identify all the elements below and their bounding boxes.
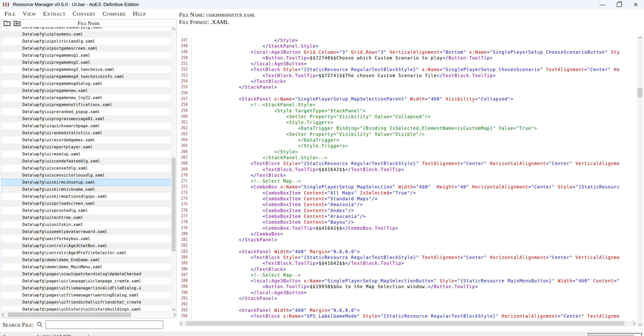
file-list-horizontal-scrollbar[interactable] — [1, 311, 176, 318]
search-input[interactable] — [46, 320, 163, 329]
code-line: 293 <StackPanel Width="460" Margin="0,0,… — [179, 308, 636, 314]
menu-view[interactable]: View — [19, 10, 39, 17]
key-folder-button[interactable] — [13, 20, 21, 26]
file-row[interactable]: Data\wpfg\pages\uiautopatcherdialog\Upda… — [1, 271, 171, 278]
file-row[interactable]: Data\wpfg\uirmsetup.xaml — [1, 151, 171, 158]
file-row[interactable]: Data\wpfg\demo\demo_MainMenu.xaml — [1, 263, 171, 271]
minimize-button[interactable]: — — [594, 0, 611, 9]
file-row[interactable]: Data\wpfg\uispcnotedlg.xaml — [1, 207, 171, 214]
scroll-up-icon[interactable] — [637, 36, 643, 40]
file-row[interactable]: Data\wpfg\uiplayersummarydlg.xaml — [1, 27, 171, 31]
menu-extract[interactable]: Extract — [39, 10, 69, 17]
code-line: 280 </ComboBox> — [179, 231, 636, 237]
close-button[interactable]: × — [627, 0, 644, 9]
menu-compare[interactable]: Compare — [99, 10, 129, 17]
file-row[interactable]: Data\wpfg\uipreranked_popup.xaml — [1, 108, 171, 115]
file-row[interactable]: Data\wpfg\uiscensetdlg.xaml — [1, 165, 171, 172]
file-list-panel: File Name Data\wpfg\uiplayersummarydlg.x… — [1, 19, 177, 318]
file-row[interactable]: Data\wpfg\uiweeklyavatarreward.xaml — [1, 228, 171, 235]
code-line: 294 <TextBlock x:Name="SPS_LabelGameMode… — [179, 314, 636, 319]
code-line: 261 <Style.Triggers> — [179, 120, 636, 126]
file-name-column-header[interactable]: File Name — [1, 19, 176, 27]
file-row[interactable]: Data\wpfg\uiscenvictoriousdlg.xaml — [1, 172, 171, 179]
file-row[interactable]: Data\wpfg\waitforkeybox.xaml — [1, 235, 171, 242]
file-row[interactable]: Data\wpfg\uipregamenotifications.xaml — [1, 101, 171, 108]
code-line: 269 <TextBlock.ToolTip>$$41642$$</TextBl… — [179, 167, 636, 173]
file-row-selected[interactable]: Data\wpfg\uiskirmishsetup.xaml — [1, 179, 171, 186]
file-row[interactable]: Data\wpfg\uipoliticiandlg.xaml — [1, 38, 171, 45]
code-line: 287 <!--Select Map--> — [179, 273, 636, 278]
scrollbar-thumb[interactable] — [637, 88, 642, 97]
scroll-left-icon[interactable] — [2, 311, 6, 318]
file-row[interactable]: Data\wpfg\uipregamemsg2.xaml — [1, 59, 171, 66]
file-row[interactable]: Data\wpfg\uirankedstatistics.xaml — [1, 129, 171, 137]
code-line: 262 <DataTrigger Binding="{Binding IsSel… — [179, 126, 636, 131]
code-line: 259 <Style TargetType="StackPanel"> — [179, 108, 636, 114]
file-row[interactable]: Data\wpfg\uipregamenew_lny22.xaml — [1, 94, 171, 101]
file-row[interactable]: Data\wpfg\demo\demo_EndGame.xaml — [1, 256, 171, 263]
code-viewer[interactable]: 247 </Style>248 </StackPanel.Style>249 <… — [179, 38, 636, 320]
minimize-icon: — — [599, 1, 606, 8]
file-list-vertical-scrollbar[interactable] — [171, 27, 176, 311]
scrollbar-thumb[interactable] — [8, 312, 131, 317]
status-progress-widget — [588, 333, 642, 336]
code-horizontal-scrollbar[interactable] — [179, 320, 636, 326]
code-line: 286 </TextBlock> — [179, 267, 636, 273]
extract-folder-button[interactable] — [3, 20, 11, 26]
file-row[interactable]: Data\wpfg\uiquicksearchpage.xaml — [1, 122, 171, 129]
file-row[interactable]: Data\wpfg\controls\Age3ChatBox.xaml — [1, 242, 171, 249]
scroll-right-icon[interactable] — [631, 320, 635, 326]
file-row[interactable]: Data\wpfg\controls\Age3ProfileSelector.x… — [1, 249, 171, 256]
file-row[interactable]: Data\wpfg\uitechtree.xaml — [1, 214, 171, 221]
code-line: 277 <ComboBoxItem Content="Araucania"/> — [179, 214, 636, 220]
file-row[interactable]: Data\wpfg\uireportplayer.xaml — [1, 144, 171, 151]
code-line: 260 <Setter Property="Visibility" Value=… — [179, 114, 636, 120]
code-line: 289 <Button.ToolTip>$$19938$$Go to the M… — [179, 284, 636, 290]
code-line: 273 <ComboBoxItem Content="All Maps" IsS… — [179, 190, 636, 196]
viewer-file-name: File Name: uiskirmishsetup.xaml — [179, 11, 255, 18]
menu-file[interactable]: File — [1, 10, 19, 17]
close-icon: × — [633, 0, 638, 9]
file-row[interactable]: Data\wpfg\uiskirmnickname.xaml — [1, 186, 171, 193]
code-line: 288 <local:Age3Button x:Name="SinglePlay… — [179, 278, 636, 284]
file-row[interactable]: Data\wpfg\uiprogressmessage01.xaml — [1, 115, 171, 122]
file-row[interactable]: Data\wpfg\pages\uifilemanager\warningDia… — [1, 292, 171, 299]
file-row[interactable]: Data\wpfg\uiunitskin.xaml — [1, 221, 171, 228]
file-row[interactable]: Data\wpfg\pages\uifilemanager\invalidFil… — [1, 285, 171, 292]
file-row[interactable]: Data\wpfg\uirecordedgames.xaml — [1, 137, 171, 144]
restore-button[interactable] — [611, 0, 627, 9]
file-row[interactable]: Data\wpfg\uipregamemsg4_twochoiceinfo.xa… — [1, 73, 171, 80]
scroll-down-icon[interactable] — [637, 322, 643, 326]
scrollbar-thumb[interactable] — [172, 158, 176, 251]
code-vertical-scrollbar[interactable] — [637, 36, 643, 326]
window-controls: — × — [594, 0, 644, 9]
file-row[interactable]: Data\wpfg\uispcloadscreen.xaml — [1, 200, 171, 207]
scrollbar-thumb[interactable] — [186, 321, 624, 326]
scroll-down-icon[interactable] — [171, 307, 176, 311]
file-row[interactable]: Data\wpfg\pages\uifriendschat\uifriendch… — [1, 299, 171, 306]
file-row[interactable]: Data\wpfg\uipregamemsg3_twochoice.xaml — [1, 66, 171, 73]
file-row[interactable]: Data\wpfg\uiplaymenu.xaml — [1, 31, 171, 38]
scroll-right-icon[interactable] — [172, 311, 176, 318]
search-file-label: Search File: — [3, 321, 33, 328]
menu-bar: FileViewExtractConvertCompareHelp — [1, 9, 149, 18]
file-row[interactable]: Data\wpfg\uipregamemsgdialog.xaml — [1, 80, 171, 87]
search-bar: Search File: — [3, 320, 163, 329]
line-number-separator — [191, 38, 191, 320]
menu-help[interactable]: Help — [129, 10, 149, 17]
file-row[interactable]: Data\wpfg\uipostgamescreen.xaml — [1, 45, 171, 52]
scroll-left-icon[interactable] — [180, 320, 184, 326]
file-row[interactable]: Data\wpfg\uipregamenew.xaml — [1, 87, 171, 94]
code-line: 267 </StackPanel.Style>--> — [179, 155, 636, 161]
file-row[interactable]: Data\wpfg\pages\uihistory\uihistorybuild… — [1, 306, 171, 311]
scroll-up-icon[interactable] — [171, 28, 176, 32]
file-row[interactable]: Data\wpfg\uipregamemsg1.xaml — [1, 52, 171, 59]
code-line: 249 <local:Age3Button Grid.Column="3" Gr… — [179, 50, 636, 55]
code-line: 281 </StackPanel> — [179, 237, 636, 243]
title-bar: III Resource Manager v0.5.0 - UI.bar - A… — [0, 0, 644, 9]
file-row[interactable]: Data\wpfg\uiscendefeateddlg.xaml — [1, 158, 171, 165]
code-line: 263 <Setter Property="Visibility" Value=… — [179, 132, 636, 138]
menu-convert[interactable]: Convert — [69, 10, 99, 17]
file-row[interactable]: Data\wpfg\uiskirmoptionsdlgspc.xaml — [1, 193, 171, 200]
file-row[interactable]: Data\wpfg\pages\uiclanpage\uiclanpage_cr… — [1, 278, 171, 285]
